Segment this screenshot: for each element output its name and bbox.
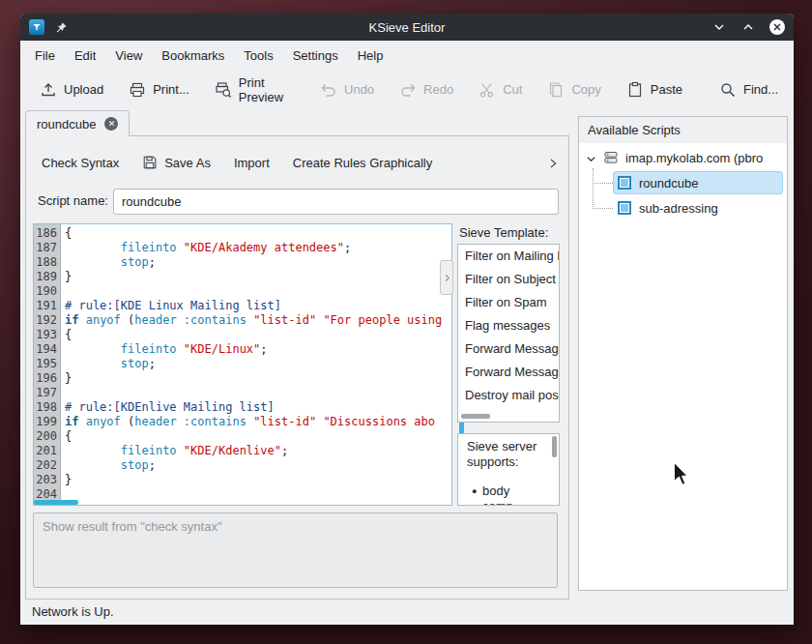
import-button[interactable]: Import [224, 151, 279, 175]
menu-help[interactable]: Help [348, 41, 393, 71]
toolbar-button-upload[interactable]: Upload [32, 77, 111, 102]
code-line[interactable]: # rule:[KDE Linux Mailing list] [65, 299, 451, 313]
template-item[interactable]: Forward Message [458, 361, 559, 384]
script-label: roundcube [639, 176, 698, 190]
code-line[interactable] [65, 284, 451, 299]
action-label: Check Syntax [42, 156, 119, 170]
action-label: Create Rules Graphically [293, 156, 433, 170]
script-checkbox-icon[interactable] [618, 201, 631, 215]
tab-roundcube[interactable]: roundcube ✕ [25, 110, 130, 136]
line-number: 200 [34, 429, 57, 444]
toolbar-label: Find... [743, 82, 778, 97]
code-line[interactable]: fileinto "KDE/Linux"; [65, 342, 451, 357]
line-number: 188 [34, 255, 57, 270]
ksieve-editor-window: KSieve Editor FileEditViewBookmarksTools… [20, 14, 794, 625]
template-item[interactable]: Filter on Subject [458, 268, 559, 291]
toolbar-button-print[interactable]: Print... [121, 77, 197, 102]
code-line[interactable] [65, 386, 451, 400]
editor-frame: Check SyntaxSave AsImportCreate Rules Gr… [25, 135, 569, 600]
scripts-tree[interactable]: imap.mykolab.com (pbro roundcubesub-adre… [579, 143, 787, 590]
collapse-template-panel-button[interactable] [440, 260, 453, 295]
script-item-roundcube[interactable]: roundcube [579, 170, 787, 195]
create-rules-graphically-button[interactable]: Create Rules Graphically [283, 151, 443, 175]
close-button[interactable] [768, 18, 786, 36]
menu-edit[interactable]: Edit [65, 41, 105, 71]
line-number: 193 [34, 328, 57, 342]
menu-file[interactable]: File [25, 41, 65, 71]
template-item[interactable]: Filter on Spam [458, 291, 559, 314]
tab-close-icon[interactable]: ✕ [104, 117, 118, 131]
script-checkbox-icon[interactable] [618, 176, 631, 190]
template-item[interactable]: Forward Message [458, 337, 559, 361]
code-line[interactable]: } [65, 371, 451, 386]
line-number: 198 [34, 400, 57, 415]
toolbar-button-cut: Cut [471, 77, 530, 102]
copy-icon [547, 81, 565, 99]
code-line[interactable]: # rule:[KDEnlive Mailing list] [65, 400, 451, 415]
toolbar-button-paste[interactable]: Paste [619, 77, 690, 102]
capability-item: ●comp [467, 499, 547, 506]
print-icon [129, 81, 146, 99]
toolbar: UploadPrint...Print PreviewUndoRedoCutCo… [20, 71, 794, 108]
save-as-button[interactable]: Save As [132, 150, 220, 175]
code-line[interactable]: { [65, 226, 451, 241]
template-list-hscrollbar[interactable] [461, 414, 490, 419]
toolbar-button-print-preview[interactable]: Print Preview [207, 72, 291, 108]
tree-item-server[interactable]: imap.mykolab.com (pbro [579, 145, 787, 170]
code-area[interactable]: { fileinto "KDE/Akademy attendees"; stop… [61, 224, 451, 505]
script-name-input[interactable] [113, 189, 559, 215]
code-line[interactable] [65, 487, 451, 502]
menu-view[interactable]: View [105, 41, 152, 71]
template-item[interactable]: Filter on Mailing List [458, 245, 559, 268]
code-line[interactable]: stop; [65, 357, 451, 371]
minimize-button[interactable] [710, 18, 728, 36]
toolbar-label: Copy [571, 82, 600, 97]
template-item[interactable]: Destroy mail posted [458, 384, 559, 407]
print-preview-icon [215, 81, 232, 99]
line-number: 187 [34, 241, 57, 255]
line-number: 201 [34, 444, 57, 458]
code-line[interactable]: if anyof (header :contains "list-id" "Fo… [65, 313, 451, 328]
code-line[interactable]: stop; [65, 255, 451, 270]
pin-icon[interactable] [52, 18, 70, 36]
code-line[interactable]: if anyof (header :contains "list-id" "Di… [65, 415, 451, 429]
toolbar-button-copy: Copy [539, 77, 608, 102]
upload-icon [40, 81, 57, 99]
check-syntax-button[interactable]: Check Syntax [32, 151, 129, 175]
code-line[interactable]: { [65, 328, 451, 342]
menu-tools[interactable]: Tools [234, 41, 282, 71]
editor-actions: Check SyntaxSave AsImportCreate Rules Gr… [32, 148, 536, 177]
line-number: 196 [34, 371, 57, 386]
server-supports-box: Sieve server supports: ●body●comp [457, 433, 560, 506]
code-line[interactable]: { [65, 429, 451, 444]
available-scripts-title: Available Scripts [579, 117, 787, 143]
script-item-sub-adressing[interactable]: sub-adressing [579, 195, 787, 220]
line-number: 197 [34, 386, 57, 400]
undo-icon [320, 81, 337, 99]
bullet-icon: ● [472, 483, 477, 499]
script-name-label: Script name: [38, 189, 108, 214]
line-number: 189 [34, 270, 57, 284]
sieve-template-list[interactable]: Filter on Mailing ListFilter on SubjectF… [457, 244, 560, 423]
code-line[interactable] [65, 502, 451, 505]
toolbar-button-find[interactable]: Find... [711, 77, 786, 102]
maximize-button[interactable] [740, 18, 757, 36]
toolbar-label: Print... [153, 82, 189, 97]
menu-settings[interactable]: Settings [283, 41, 348, 71]
expand-arrow-icon[interactable] [586, 153, 596, 163]
available-scripts-panel: Available Scripts imap.mykolab.com (pbro [578, 116, 788, 591]
more-actions-button[interactable] [542, 152, 564, 175]
titlebar[interactable]: KSieve Editor [20, 14, 794, 41]
menu-bookmarks[interactable]: Bookmarks [152, 41, 234, 71]
code-line[interactable]: stop; [65, 458, 451, 473]
cut-icon [478, 81, 496, 99]
supports-vscrollbar[interactable] [552, 436, 557, 457]
code-line[interactable]: } [65, 270, 451, 284]
template-item[interactable]: Flag messages [458, 314, 559, 337]
editor-horizontal-scrollbar[interactable] [34, 500, 78, 505]
code-line[interactable]: } [65, 473, 451, 487]
code-line[interactable]: fileinto "KDE/Akademy attendees"; [65, 241, 451, 255]
code-editor[interactable]: 1861871881891901911921931941951961971981… [33, 223, 452, 506]
code-line[interactable]: fileinto "KDE/Kdenlive"; [65, 444, 451, 458]
check-syntax-result-box[interactable]: Show result from "check syntax" [33, 512, 558, 588]
